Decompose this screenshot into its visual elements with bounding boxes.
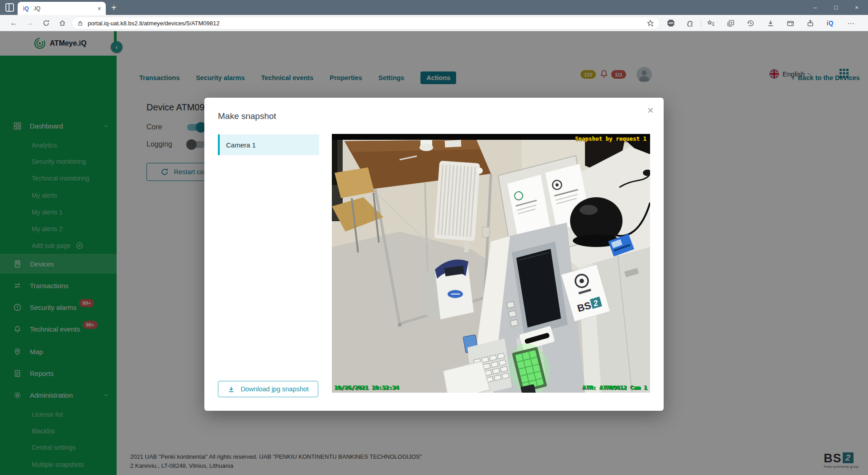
camera-item-label: Camera 1 <box>226 141 256 149</box>
refresh-icon[interactable] <box>42 19 50 27</box>
url-text: portal.iq-uat.k8.bs2.lt/atmeye/devices/5… <box>88 20 646 27</box>
lock-icon <box>77 20 83 27</box>
history-icon[interactable] <box>746 19 755 27</box>
url-bar[interactable]: portal.iq-uat.k8.bs2.lt/atmeye/devices/5… <box>71 17 660 29</box>
camera-list-item[interactable]: Camera 1 <box>218 134 319 155</box>
snapshot-photo: BS 2 <box>332 134 650 393</box>
snapshot-image: BS 2 <box>332 134 650 393</box>
workspaces-icon[interactable] <box>5 3 14 12</box>
tab-close-icon[interactable]: × <box>97 5 101 12</box>
browser-toolbar: ← → portal.iq-uat.k8.bs2.lt/atmeye/devic… <box>0 15 868 31</box>
home-icon[interactable] <box>59 19 66 27</box>
toolbar-overflow-icon[interactable]: ⋯ <box>846 19 855 27</box>
browser-tab-strip: iQ .IQ × + – □ × <box>0 0 868 15</box>
favorite-add-icon[interactable] <box>646 19 654 27</box>
svg-text:ABP: ABP <box>669 22 674 24</box>
tab-title: .IQ <box>33 5 98 12</box>
adblock-extension-icon[interactable]: ABP <box>666 19 675 27</box>
download-icon <box>227 385 235 393</box>
collections-icon[interactable] <box>726 19 735 27</box>
window-minimize-button[interactable]: – <box>805 0 825 15</box>
modal-close-icon[interactable]: × <box>647 104 654 117</box>
window-close-button[interactable]: × <box>847 0 867 15</box>
modal-title: Make snapshot <box>218 111 276 121</box>
browser-tab[interactable]: iQ .IQ × <box>18 2 106 15</box>
window-restore-button[interactable]: □ <box>826 0 846 15</box>
wallet-icon[interactable] <box>786 19 795 27</box>
share-icon[interactable] <box>806 19 815 27</box>
download-jpg-button[interactable]: Download jpg snapshot <box>218 381 318 397</box>
back-icon[interactable]: ← <box>10 19 18 27</box>
toolbar-divider <box>701 19 701 27</box>
snapshot-overlay-camera: ATM: ATM09812 Cam 1 <box>583 384 647 391</box>
snapshot-overlay-timestamp: 10/26/2021 10:32:34 <box>335 384 399 391</box>
snapshot-overlay-request: Snapshot by request 1 <box>575 135 646 142</box>
forward-icon[interactable]: → <box>26 19 34 27</box>
new-tab-button[interactable]: + <box>111 2 117 13</box>
favorites-icon[interactable] <box>706 19 715 27</box>
downloads-icon[interactable] <box>766 19 775 27</box>
puzzle-extension-icon[interactable] <box>685 19 694 27</box>
iq-extension-icon[interactable]: iQ <box>826 19 835 27</box>
favicon-iq-icon: iQ <box>23 5 29 12</box>
make-snapshot-modal: Make snapshot × Camera 1 <box>204 98 664 411</box>
